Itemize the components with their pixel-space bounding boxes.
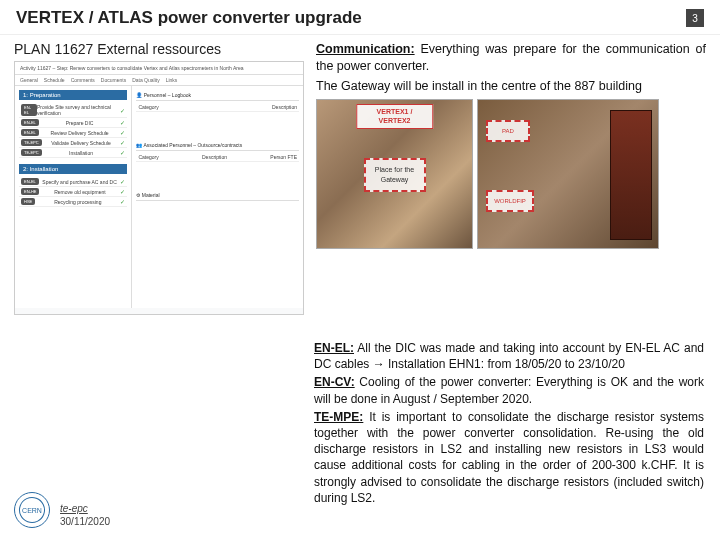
col-head: CategoryDescriptionPerson FTE: [136, 153, 299, 162]
plan-row: EN-ELSpecify and purchase AC and DC✓: [19, 177, 127, 187]
content-area: PLAN 11627 External ressources Activity …: [0, 35, 720, 315]
gateway-paragraph: The Gateway will be install in the centr…: [316, 78, 706, 95]
plan-subtitle: PLAN 11627 External ressources: [14, 41, 304, 57]
pad-label: PAD: [486, 120, 530, 142]
tab: Comments: [71, 77, 95, 83]
rack-visual: [610, 110, 652, 240]
encv-paragraph: EN-CV: Cooling of the power converter: E…: [314, 374, 704, 406]
slide-title: VERTEX / ATLAS power converter upgrade: [16, 8, 362, 28]
communication-paragraph: Communication: Everything was prepare fo…: [316, 41, 706, 75]
plan-row: EN-HERemove old equipment✓: [19, 187, 127, 197]
lower-text-block: EN-EL: All the DIC was made and taking i…: [298, 338, 720, 508]
plan-row: TE-EPCInstallation✓: [19, 148, 127, 158]
footer: CERN te-epc 30/11/2020: [14, 492, 110, 528]
enel-label: EN-EL:: [314, 341, 354, 355]
mini-head: 👤 Personnel – Logbook: [136, 90, 299, 101]
plan-row: TE-EPCValidate Delivery Schedule✓: [19, 138, 127, 148]
enel-text: All the DIC was made and taking into acc…: [314, 341, 704, 371]
plan-body: 1: Preparation EN-ELProvide Site survey …: [15, 86, 303, 308]
left-column: PLAN 11627 External ressources Activity …: [14, 41, 304, 315]
plan-right-panel: 👤 Personnel – Logbook CategoryDescriptio…: [132, 86, 303, 308]
comm-label: Communication:: [316, 42, 415, 56]
plan-row: EN-ELReview Delivery Schedule✓: [19, 128, 127, 138]
col-head: CategoryDescription: [136, 103, 299, 112]
encv-label: EN-CV:: [314, 375, 355, 389]
photo-rack: PAD WORLDFIP: [477, 99, 659, 249]
encv-text: Cooling of the power converter: Everythi…: [314, 375, 704, 405]
tempe-paragraph: TE-MPE: It is important to consolidate t…: [314, 409, 704, 506]
plan-row: EN-ELProvide Site survey and technical v…: [19, 103, 127, 118]
footer-date: 30/11/2020: [60, 515, 110, 528]
slide-header: VERTEX / ATLAS power converter upgrade 3: [0, 0, 720, 35]
plan-row: EN-ELPrepare DIC✓: [19, 118, 127, 128]
photo-area: VERTEX1 / VERTEX2 Place for the Gateway …: [316, 99, 706, 249]
footer-text: te-epc 30/11/2020: [60, 502, 110, 528]
tab: Documents: [101, 77, 126, 83]
worldfip-label: WORLDFIP: [486, 190, 534, 212]
section-head: 1: Preparation: [19, 90, 127, 100]
tab: General: [20, 77, 38, 83]
tab: Schedule: [44, 77, 65, 83]
plan-tabs: General Schedule Comments Documents Data…: [15, 75, 303, 86]
plan-header-text: Activity 11627 – Step: Renew converters …: [15, 62, 303, 75]
gateway-label: Place for the Gateway: [364, 158, 426, 192]
vertex-label: VERTEX1 / VERTEX2: [356, 104, 434, 129]
section-head: 2: Installation: [19, 164, 127, 174]
plan-row: HSERecycling processing✓: [19, 197, 127, 207]
tempe-label: TE-MPE:: [314, 410, 363, 424]
mini-head: ⚙ Material: [136, 190, 299, 201]
page-number: 3: [686, 9, 704, 27]
enel-paragraph: EN-EL: All the DIC was made and taking i…: [314, 340, 704, 372]
mini-head: 👥 Associated Personnel – Outsource/contr…: [136, 140, 299, 151]
photo-building-interior: VERTEX1 / VERTEX2 Place for the Gateway: [316, 99, 473, 249]
plan-left-panel: 1: Preparation EN-ELProvide Site survey …: [15, 86, 132, 308]
cern-logo-icon: CERN: [14, 492, 50, 528]
tab: Data Quality: [132, 77, 160, 83]
footer-dept: te-epc: [60, 502, 110, 515]
tab: Links: [166, 77, 178, 83]
tempe-text: It is important to consolidate the disch…: [314, 410, 704, 505]
plan-screenshot: Activity 11627 – Step: Renew converters …: [14, 61, 304, 315]
right-column: Communication: Everything was prepare fo…: [316, 41, 706, 315]
